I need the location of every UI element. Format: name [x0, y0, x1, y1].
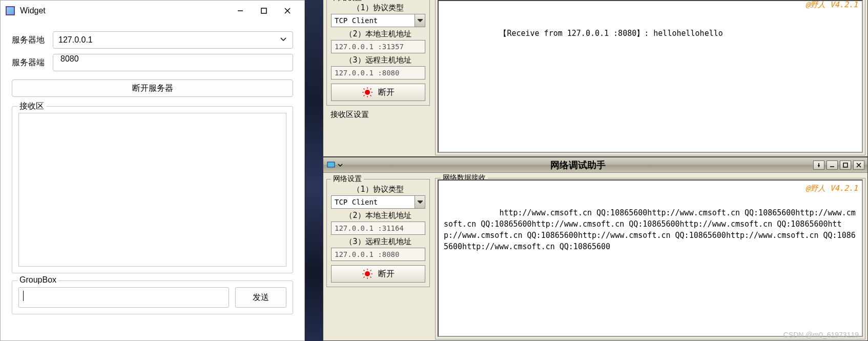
- svg-line-20: [370, 270, 371, 271]
- net-assist-window-bottom: 网络调试助手 网络设置 （1）协议类型 TCP Client （2）本地主机地址…: [323, 157, 868, 341]
- net-assist-window-top: 网络设置 （1）协议类型 TCP Client （2）本地主机地址 127.0.…: [323, 0, 868, 157]
- brand-label-top: @野人 V4.2.1: [805, 0, 858, 10]
- chevron-down-icon: [415, 14, 425, 27]
- record-icon: [362, 87, 373, 98]
- net-settings-fieldset-top: 网络设置 （1）协议类型 TCP Client （2）本地主机地址 127.0.…: [326, 0, 430, 106]
- remote-addr-input-top[interactable]: 127.0.0.1 :8080: [331, 66, 425, 79]
- assist-window-title: 网络调试助手: [343, 159, 813, 171]
- recv-settings-label-top: 接收区设置: [326, 108, 430, 119]
- local-addr-label-bottom: （2）本地主机地址: [327, 211, 429, 220]
- svg-line-21: [364, 277, 365, 278]
- assist-titlebar[interactable]: 网络调试助手: [323, 157, 867, 173]
- close-button[interactable]: [853, 161, 864, 170]
- server-addr-label: 服务器地: [12, 35, 53, 46]
- svg-line-18: [364, 270, 365, 271]
- widget-body: 服务器地 127.0.0.1 服务器端 8080 断开服务器 接收区 Group…: [1, 21, 304, 322]
- settings-panel-top: 网络设置 （1）协议类型 TCP Client （2）本地主机地址 127.0.…: [323, 0, 433, 156]
- server-port-row: 服务器端 8080: [12, 54, 293, 71]
- svg-line-19: [370, 277, 371, 278]
- chevron-down-icon: [415, 196, 425, 208]
- disconnect-button-top[interactable]: 断开: [331, 84, 425, 101]
- record-icon: [362, 268, 373, 279]
- svg-line-6: [364, 89, 365, 90]
- remote-addr-label-bottom: （3）远程主机地址: [327, 237, 429, 247]
- chevron-down-icon: [279, 35, 287, 45]
- disconnect-server-button[interactable]: 断开服务器: [12, 79, 293, 97]
- svg-point-13: [365, 271, 370, 276]
- net-settings-title-top: 网络设置: [331, 0, 364, 3]
- pin-button[interactable]: [813, 161, 824, 170]
- local-addr-label-top: （2）本地主机地址: [327, 29, 429, 39]
- log-panel-bottom: 网络数据接收 @野人 V4.2.1 http://www.cmsoft.cn Q…: [433, 173, 867, 340]
- protocol-select-top[interactable]: TCP Client: [331, 14, 425, 27]
- window-title: Widget: [20, 6, 229, 15]
- widget-titlebar[interactable]: Widget: [1, 1, 304, 21]
- close-button[interactable]: [276, 3, 299, 18]
- svg-rect-12: [843, 163, 848, 167]
- maximize-button[interactable]: [252, 3, 276, 18]
- send-group: GroupBox 发送: [12, 280, 293, 314]
- server-port-input[interactable]: 8080: [53, 54, 293, 71]
- minimize-button[interactable]: [826, 161, 838, 170]
- server-addr-row: 服务器地 127.0.0.1: [12, 31, 293, 49]
- protocol-select-bottom[interactable]: TCP Client: [331, 195, 425, 209]
- chevron-down-icon[interactable]: [338, 161, 343, 169]
- remote-addr-label-top: （3）远程主机地址: [327, 55, 429, 65]
- svg-line-7: [370, 95, 371, 96]
- local-addr-input-bottom[interactable]: 127.0.0.1 :31164: [331, 222, 425, 235]
- protocol-label-bottom: （1）协议类型: [327, 185, 429, 194]
- brand-label-bottom: @野人 V4.2.1: [805, 183, 858, 194]
- send-input[interactable]: [18, 287, 229, 308]
- svg-rect-0: [261, 8, 266, 13]
- send-button[interactable]: 发送: [235, 287, 286, 308]
- app-icon: [326, 161, 336, 170]
- server-addr-value: 127.0.0.1: [58, 35, 93, 45]
- log-panel-top: 网络数据接收 @野人 V4.2.1 【Receive from 127.0.0.…: [433, 0, 867, 156]
- app-icon: [6, 6, 15, 15]
- svg-rect-10: [327, 162, 335, 167]
- maximize-button[interactable]: [840, 161, 851, 170]
- protocol-label-top: （1）协议类型: [327, 3, 429, 13]
- disconnect-button-bottom[interactable]: 断开: [331, 265, 425, 283]
- send-group-title: GroupBox: [17, 275, 58, 285]
- server-port-label: 服务器端: [12, 57, 53, 68]
- desktop-background: [305, 0, 323, 341]
- svg-point-1: [365, 90, 370, 95]
- svg-line-8: [370, 89, 371, 90]
- receive-group-title: 接收区: [17, 101, 46, 112]
- svg-rect-11: [329, 167, 333, 168]
- svg-line-9: [364, 95, 365, 96]
- receive-group: 接收区: [12, 106, 293, 273]
- log-textarea-top[interactable]: @野人 V4.2.1 【Receive from 127.0.0.1 :8080…: [438, 0, 863, 153]
- settings-panel-bottom: 网络设置 （1）协议类型 TCP Client （2）本地主机地址 127.0.…: [323, 173, 433, 340]
- net-settings-title-bottom: 网络设置: [331, 174, 364, 184]
- local-addr-input-top[interactable]: 127.0.0.1 :31357: [331, 40, 425, 53]
- net-settings-fieldset-bottom: 网络设置 （1）协议类型 TCP Client （2）本地主机地址 127.0.…: [326, 179, 430, 287]
- receive-textarea[interactable]: [18, 113, 286, 267]
- text-cursor: [23, 291, 24, 301]
- remote-addr-input-bottom[interactable]: 127.0.0.1 :8080: [331, 248, 425, 261]
- widget-window: Widget 服务器地 127.0.0.1 服务器端 8080 断开服务器 接收…: [0, 0, 305, 341]
- server-addr-combo[interactable]: 127.0.0.1: [53, 31, 293, 49]
- minimize-button[interactable]: [229, 3, 252, 18]
- log-textarea-bottom[interactable]: @野人 V4.2.1 http://www.cmsoft.cn QQ:10865…: [438, 179, 863, 337]
- csdn-watermark: CSDN @m0_61973119: [783, 331, 859, 339]
